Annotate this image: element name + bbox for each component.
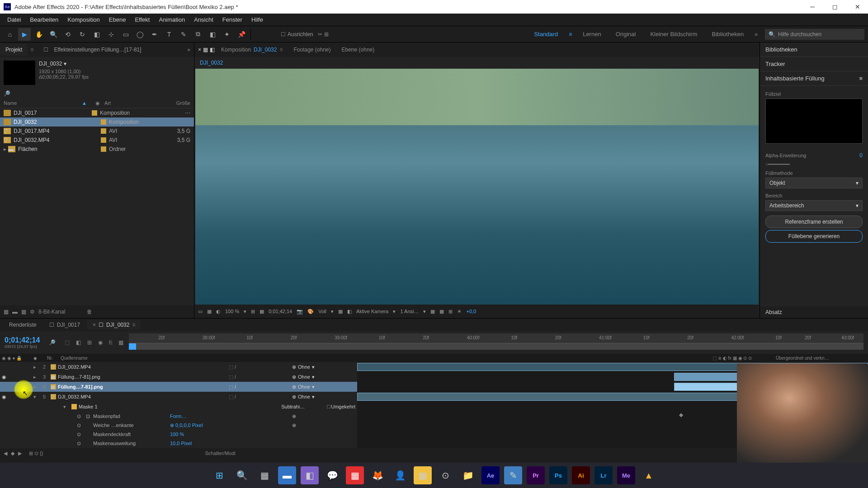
project-item[interactable]: ▸▬FlächenOrdner [0,145,194,154]
col-size[interactable]: Größe [159,100,190,106]
monitor-icon[interactable]: ▭ [198,309,203,314]
layer-row[interactable]: ◉▸3▦Füllung…7-81].png⬚ /⊕Ohne▾ [0,372,357,382]
comp-swatch-icon[interactable]: ◧ [210,47,215,53]
playback-next-icon[interactable]: ▶ [18,450,22,456]
photoshop-icon[interactable]: Ps [549,466,567,484]
workspace-overflow-icon[interactable]: » [755,31,758,38]
col-name[interactable]: Name [4,100,82,106]
snap2-icon[interactable]: ⊞ [324,31,329,38]
aftereffects-icon[interactable]: Ae [481,466,500,484]
menu-ansicht[interactable]: Ansicht [189,14,218,25]
menu-komposition[interactable]: Komposition [63,14,104,25]
taskview-icon[interactable]: ▦ [255,466,274,484]
grid-icon[interactable]: ▦ [207,309,212,314]
workspace-bibliotheken[interactable]: Bibliotheken [708,29,747,39]
panel-overflow-icon[interactable]: » [184,47,194,53]
mask-prop[interactable]: ⊙Maskenausweitung10,0 Pixel [0,439,357,448]
menu-hilfe[interactable]: Hilfe [247,14,268,25]
explorer-icon[interactable]: ▬ [278,466,296,484]
clone-tool-icon[interactable]: ⧉ [192,28,204,41]
workspace-original[interactable]: Original [612,29,640,39]
viewer-timecode[interactable]: 0;01;42;14 [269,309,292,314]
panel-content-aware-fill[interactable]: Inhaltsbasierte Füllung≡ [760,71,868,86]
workspace-kleiner[interactable]: Kleiner Bildschirm [646,29,701,39]
obs-icon[interactable]: ⊙ [436,466,454,484]
comp-breadcrumb[interactable]: DJI_0032 [194,57,760,69]
panel-menu-icon[interactable]: ≡ [859,75,863,82]
text-tool-icon[interactable]: T [163,28,175,41]
interpret-icon[interactable]: ▦ [4,309,9,315]
mask-prop[interactable]: ⊙Weiche …enkante⊕ 0,0,0,0 Pixel⊕ [0,421,357,430]
tl-btn-3-icon[interactable]: ⊞ [87,339,92,346]
project-item[interactable]: DJI_0017Komposition⋯ [0,108,194,117]
app6-icon[interactable]: ▲ [640,466,658,484]
project-item[interactable]: ▽DJI_0032.MP4AVI3,5 G [0,136,194,145]
workspace-menu-icon[interactable]: ≡ [569,31,572,38]
mask-row[interactable]: ▾Maske 1Subtrahi…☐ Umgekehrt [0,402,357,412]
project-item[interactable]: DJI_0032Komposition [0,117,194,127]
project-search-icon[interactable]: 🔎 [4,90,10,97]
zoom-dropdown[interactable]: 100 % [225,309,239,314]
view-dropdown[interactable]: 1 Ansi… [400,309,419,314]
color-icon[interactable]: 🎨 [307,309,314,314]
panel-bibliotheken[interactable]: Bibliotheken [760,42,868,57]
tl-btn-5-icon[interactable]: ⎘ [109,339,112,346]
orbit-tool-icon[interactable]: ⟲ [61,28,74,41]
col-art[interactable]: Art [104,100,159,106]
help-search-input[interactable]: 🔍 Hilfe durchsuchen [765,29,864,40]
tl-btn-6-icon[interactable]: ▦ [118,339,123,346]
minimize-button[interactable]: ─ [806,0,819,14]
tab-project[interactable]: Projekt [0,44,28,56]
panel-tracker[interactable]: Tracker [760,57,868,71]
sort-arrow-icon[interactable]: ▲ [82,100,95,106]
lightroom-icon[interactable]: Lr [594,466,613,484]
switches-toggle-icon[interactable]: ⊞ ⊙ {} [29,450,43,456]
app4-icon[interactable]: ▦ [414,466,432,484]
settings-icon[interactable]: ⚙ [30,309,35,315]
new-comp-icon[interactable]: ▦ [21,309,26,315]
illustrator-icon[interactable]: Ai [572,466,590,484]
playback-play-icon[interactable]: ◆ [11,450,14,456]
snapshot-icon[interactable]: 📷 [297,309,303,314]
timeline-timecode[interactable]: 0;01;42;14 03072 (29,97 fps) [5,336,40,349]
firefox-icon[interactable]: 🦊 [368,466,387,484]
mask-prop[interactable]: ⊙⊡MaskenpfadForm…⊕ [0,412,357,421]
tab-footage[interactable]: Footage (ohne) [289,45,335,55]
trash-icon[interactable]: 🗑 [87,309,92,315]
premiere-icon[interactable]: Pr [527,466,545,484]
menu-ebene[interactable]: Ebene [104,14,131,25]
menu-bearbeiten[interactable]: Bearbeiten [25,14,63,25]
guides-icon[interactable]: ▦ [439,309,444,314]
tab-composition[interactable]: Komposition DJI_0032 ≡ [217,45,287,55]
transparency-icon[interactable]: ▦ [338,309,343,314]
mediaencoder-icon[interactable]: Me [617,466,635,484]
comp-rulers-icon[interactable]: × [198,47,201,53]
channels-icon[interactable]: ▦ [259,309,264,314]
eraser-tool-icon[interactable]: ◧ [206,28,219,41]
exposure-value[interactable]: +0,0 [466,309,476,314]
app2-icon[interactable]: ▦ [346,466,364,484]
menu-effekt[interactable]: Effekt [130,14,154,25]
tl-btn-4-icon[interactable]: ◉ [98,339,103,346]
layer-row[interactable]: ◉▾5▽DJI_0032.MP4⬚ /⊕Ohne▾ [0,392,357,402]
app-icon[interactable]: ◧ [301,466,319,484]
pen-tool-icon[interactable]: ✒ [148,28,161,41]
timeline-ruler[interactable]: 20f 38:00f 10f 20f 39:00f 10f 20f 40:00f… [129,333,863,343]
viewer[interactable] [195,69,759,305]
tl-btn-1-icon[interactable]: ⬚ [65,339,70,346]
app5-icon[interactable]: ✎ [504,466,522,484]
create-reference-frame-button[interactable]: Referenzframe erstellen [765,216,863,228]
tab-effect-settings[interactable]: Effekteinstellungen Füllung…[17-81] [48,44,146,56]
res-icon[interactable]: ⊞ [251,309,255,314]
workspace-standard[interactable]: Standard [530,29,561,39]
timeline-search-icon[interactable]: 🔎 [49,339,56,346]
puppet-tool-icon[interactable]: 📌 [235,28,248,41]
bit-depth[interactable]: 8-Bit-Kanal [38,309,65,315]
safe-icon[interactable]: ⊞ [448,309,453,314]
generate-fill-layer-button[interactable]: Füllebene generieren [765,230,863,243]
hand-tool-icon[interactable]: ✋ [33,28,45,41]
mask-prop[interactable]: ⊙Maskendeckkraft100 % [0,430,357,439]
rotate-tool-icon[interactable]: ↻ [76,28,89,41]
maximize-button[interactable]: ◻ [828,0,842,14]
folder-taskbar-icon[interactable]: 📁 [459,466,477,484]
